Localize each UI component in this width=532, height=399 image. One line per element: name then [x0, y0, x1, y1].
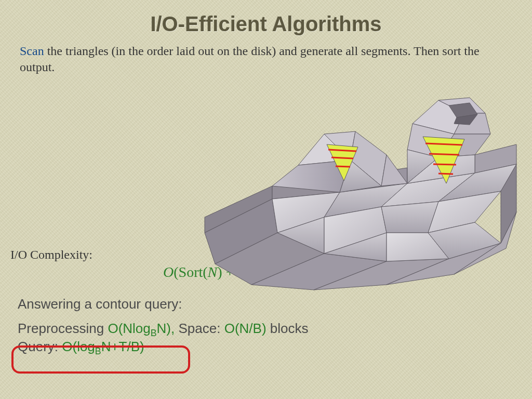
preproc-post: N), — [157, 321, 175, 336]
query-sub: B — [95, 347, 101, 357]
terrain-mesh-figure — [194, 77, 527, 295]
query-complexity: O(logBN+T/B) — [62, 339, 144, 354]
preproc-label: Preprocessing — [18, 321, 108, 336]
preprocessing-line: Preprocessing O(NlogBN), Space: O(N/B) b… — [18, 320, 514, 338]
space-label: Space: — [175, 321, 224, 336]
space-complexity: O(N/B) — [224, 321, 267, 336]
svg-line-45 — [433, 164, 456, 165]
formula-lparen: ( — [174, 264, 178, 280]
query-pre: O(log — [62, 339, 95, 354]
intro-rest: the triangles (in the order laid out on … — [20, 44, 480, 74]
answering-label: Answering a contour query: — [18, 296, 514, 312]
query-line: Query: O(logBN+T/B) — [18, 338, 514, 356]
intro-scan-word: Scan — [20, 44, 44, 58]
svg-line-42 — [336, 166, 350, 167]
svg-line-46 — [438, 174, 453, 174]
query-label: Query: — [18, 339, 62, 354]
preproc-complexity: O(NlogBN), — [108, 321, 175, 336]
intro-paragraph: Scan the triangles (in the order laid ou… — [20, 43, 512, 75]
preproc-pre: O(Nlog — [108, 321, 150, 336]
formula-O: O — [163, 264, 174, 280]
preproc-sub: B — [151, 328, 157, 339]
blocks-word: blocks — [267, 321, 309, 336]
query-post: N+T/B) — [101, 339, 144, 354]
svg-line-44 — [429, 154, 459, 155]
svg-line-41 — [331, 157, 353, 158]
slide-title: I/O-Efficient Algorithms — [18, 12, 514, 36]
terrain-mesh-svg — [194, 77, 527, 295]
slide: I/O-Efficient Algorithms Scan the triang… — [0, 0, 532, 399]
